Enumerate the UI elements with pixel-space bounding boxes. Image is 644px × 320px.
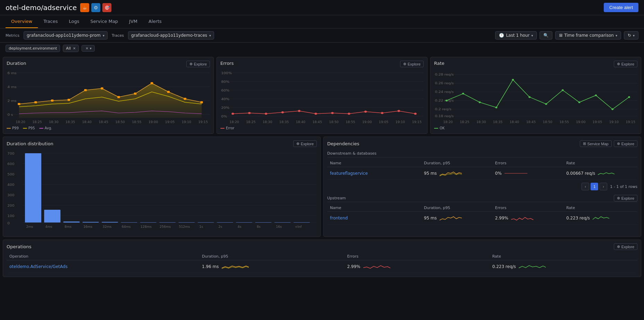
page-title: otel-demo/adservice (6, 3, 77, 12)
time-controls: 🕐 Last 1 hour ▾ 🔍 ⊞ Time frame compariso… (495, 31, 638, 40)
operations-title: Operations (7, 244, 31, 249)
metrics-datasource-select[interactable]: grafanacloud-app1o11ydemo-prom ▾ (24, 31, 108, 40)
duration-explore-button[interactable]: Explore (186, 61, 210, 67)
upstream-col-rate: Rate (566, 206, 635, 210)
getads-operation-link[interactable]: oteldemo.AdService/GetAds (9, 264, 199, 269)
getads-duration-cell: 1.96 ms (202, 262, 344, 271)
svg-point-45 (231, 113, 234, 115)
svg-point-85 (512, 79, 514, 81)
tabs-bar: Overview Traces Logs Service Map JVM Ale… (0, 15, 644, 28)
duration-chart-area: 6 ms 4 ms 2 ms 0 s (7, 69, 210, 125)
getads-errors-cell: 2.99% (347, 262, 489, 271)
dependencies-title: Dependencies (327, 141, 359, 146)
svg-text:19:15: 19:15 (412, 121, 422, 124)
duration-title: Duration (7, 61, 26, 66)
svg-text:4ms: 4ms (45, 225, 53, 228)
svg-text:4 ms: 4 ms (7, 85, 16, 89)
operations-explore-button[interactable]: Explore (614, 243, 637, 250)
svg-text:18:25: 18:25 (460, 121, 469, 124)
svg-text:19:15: 19:15 (198, 121, 208, 124)
svg-text:19:00: 19:00 (576, 121, 586, 124)
duration-legend: P99 P95 Avg. (7, 126, 210, 130)
operations-panel-header: Operations Explore (7, 243, 637, 250)
pagination-prev-button[interactable]: ‹ (582, 183, 589, 190)
svg-text:19:05: 19:05 (379, 121, 389, 124)
svg-point-56 (414, 113, 416, 115)
errors-legend: Error (220, 126, 424, 130)
svg-rect-14 (101, 87, 103, 89)
errors-chart-svg: 100% 80% 60% 40% 20% 0% (220, 69, 424, 125)
svg-rect-17 (151, 82, 153, 84)
featureflagservice-rate-sparkline (597, 169, 615, 178)
svg-rect-20 (200, 101, 203, 103)
frontend-link[interactable]: frontend (330, 216, 421, 220)
time-comparison-button[interactable]: ⊞ Time frame comparison ▾ (555, 31, 621, 40)
svg-point-88 (562, 89, 564, 91)
svg-point-84 (495, 107, 497, 109)
time-range-button[interactable]: 🕐 Last 1 hour ▾ (495, 31, 537, 40)
legend-ok-color (434, 128, 438, 129)
operations-table-header: Operation Duration, p95 Errors Rate (7, 253, 637, 260)
upstream-explore-button[interactable]: Explore (614, 195, 637, 201)
svg-text:60%: 60% (221, 89, 229, 92)
java-icon: ☕ (80, 3, 89, 12)
rate-explore-button[interactable]: Explore (614, 61, 637, 67)
svg-text:18:55: 18:55 (132, 121, 142, 124)
downstream-pagination: ‹ 1 › 1 - 1 of 1 rows (327, 183, 637, 190)
pagination-page1-button[interactable]: 1 (591, 183, 598, 190)
errors-panel-header: Errors Explore (220, 61, 424, 67)
svg-text:18:45: 18:45 (526, 121, 536, 124)
tab-overview[interactable]: Overview (6, 15, 38, 28)
filter-dropdown-icon[interactable]: ▾ (90, 46, 92, 50)
traces-datasource-select[interactable]: grafanacloud-app1o11ydemo-traces ▾ (128, 31, 214, 40)
svg-text:40%: 40% (221, 97, 229, 101)
filter-tag-x[interactable]: ✕ ▾ (82, 45, 94, 52)
svg-text:0%: 0% (221, 115, 227, 118)
create-alert-button[interactable]: Create alert (604, 3, 638, 12)
service-map-button[interactable]: ⊞ Service Map (580, 140, 612, 147)
svg-text:18:30: 18:30 (49, 121, 59, 124)
dependencies-panel: Dependencies ⊞ Service Map Explore Downs… (323, 137, 641, 237)
svg-text:19:10: 19:10 (609, 121, 619, 124)
rate-panel-header: Rate Explore (434, 61, 637, 67)
errors-title: Errors (220, 61, 234, 66)
featureflagservice-link[interactable]: featureflagservice (330, 171, 421, 176)
svg-point-81 (446, 100, 448, 102)
filter-all-close-icon[interactable]: ✕ (73, 46, 76, 50)
zoom-out-icon: 🔍 (543, 33, 549, 38)
top-charts-row: Duration Explore 6 ms 4 ms 2 ms 0 s (3, 57, 641, 134)
header-icons: ☕ ⚙ 🎯 (80, 3, 111, 12)
duration-dist-explore-button[interactable]: Explore (293, 140, 317, 147)
zoom-out-button[interactable]: 🔍 (540, 31, 552, 40)
bottom-row: Duration distribution Explore 700 600 50… (3, 137, 641, 237)
col-errors: Errors (495, 161, 564, 165)
dependencies-explore-button[interactable]: Explore (614, 140, 637, 147)
tab-traces[interactable]: Traces (38, 15, 63, 28)
pagination-next-button[interactable]: › (600, 183, 607, 190)
filter-x-icon[interactable]: ✕ (85, 46, 88, 50)
svg-text:18:30: 18:30 (263, 121, 272, 124)
filter-tag-deployment[interactable]: deployment.environment (6, 45, 60, 52)
ops-col-operation: Operation (9, 254, 199, 259)
errors-chart-area: 100% 80% 60% 40% 20% 0% (220, 69, 424, 125)
downstream-table-header: Name Duration, p95 Errors Rate (327, 159, 637, 167)
tab-logs[interactable]: Logs (63, 15, 85, 28)
svg-text:18:40: 18:40 (296, 121, 306, 124)
svg-rect-16 (134, 93, 136, 95)
filter-tag-all[interactable]: All ✕ (63, 45, 79, 52)
svg-text:100: 100 (7, 214, 14, 218)
svg-point-53 (364, 111, 367, 113)
svg-rect-11 (51, 100, 53, 102)
upstream-section-header: Upstream Explore (327, 194, 637, 202)
errors-explore-button[interactable]: Explore (400, 61, 424, 67)
svg-text:18:45: 18:45 (312, 121, 322, 124)
refresh-button[interactable]: ↻ ▾ (624, 31, 638, 40)
tab-service-map[interactable]: Service Map (85, 15, 124, 28)
svg-text:1s: 1s (199, 225, 203, 228)
svg-text:18:50: 18:50 (543, 121, 552, 124)
tab-jvm[interactable]: JVM (124, 15, 143, 28)
svg-text:8ms: 8ms (65, 225, 72, 228)
duration-dist-chart-area: 700 600 500 400 300 200 100 0 (7, 150, 317, 233)
tab-alerts[interactable]: Alerts (143, 15, 167, 28)
k8s-icon: ⚙ (91, 3, 100, 12)
